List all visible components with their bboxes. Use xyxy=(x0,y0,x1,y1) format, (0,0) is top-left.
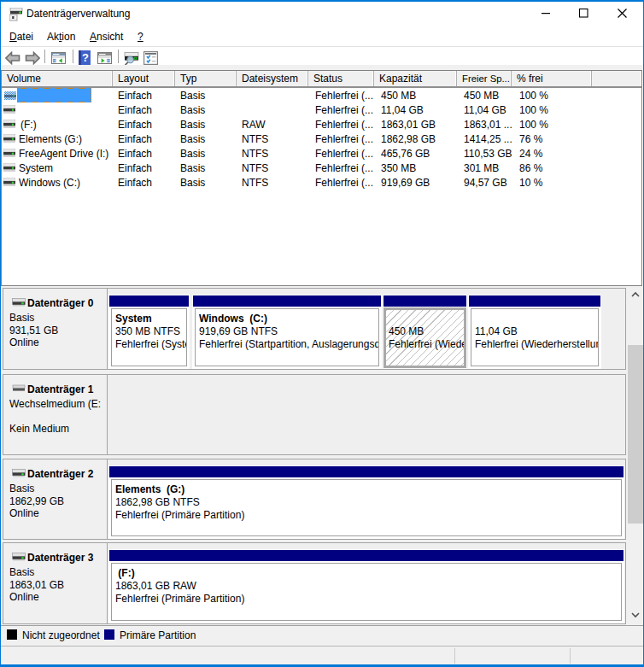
svg-text:?: ? xyxy=(82,51,89,64)
